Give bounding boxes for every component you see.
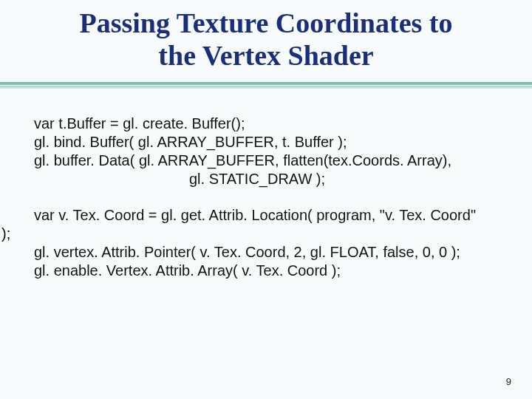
title-line-1: Passing Texture Coordinates to <box>30 7 502 40</box>
code-line: gl. bind. Buffer( gl. ARRAY_BUFFER, t. B… <box>34 133 502 151</box>
code-line: gl. buffer. Data( gl. ARRAY_BUFFER, flat… <box>34 151 502 170</box>
code-line-trailing-paren: ); <box>0 225 532 243</box>
code-block-2b: gl. vertex. Attrib. Pointer( v. Tex. Coo… <box>0 243 532 280</box>
code-block-1: var t.Buffer = gl. create. Buffer(); gl.… <box>0 115 532 188</box>
code-line: gl. STATIC_DRAW ); <box>34 170 502 188</box>
rule-bar-bottom <box>0 86 532 89</box>
code-line: var t.Buffer = gl. create. Buffer(); <box>34 115 502 133</box>
code-line: gl. enable. Vertex. Attrib. Array( v. Te… <box>34 262 502 280</box>
page-number: 9 <box>506 376 511 387</box>
code-line: var v. Tex. Coord = gl. get. Attrib. Loc… <box>34 206 502 225</box>
slide-title: Passing Texture Coordinates to the Verte… <box>0 0 532 82</box>
code-line: gl. vertex. Attrib. Pointer( v. Tex. Coo… <box>34 243 502 262</box>
horizontal-rule <box>0 82 532 89</box>
code-block-2a: var v. Tex. Coord = gl. get. Attrib. Loc… <box>0 206 532 225</box>
spacer <box>0 188 532 206</box>
rule-bar-top <box>0 82 532 85</box>
title-line-2: the Vertex Shader <box>30 40 502 72</box>
